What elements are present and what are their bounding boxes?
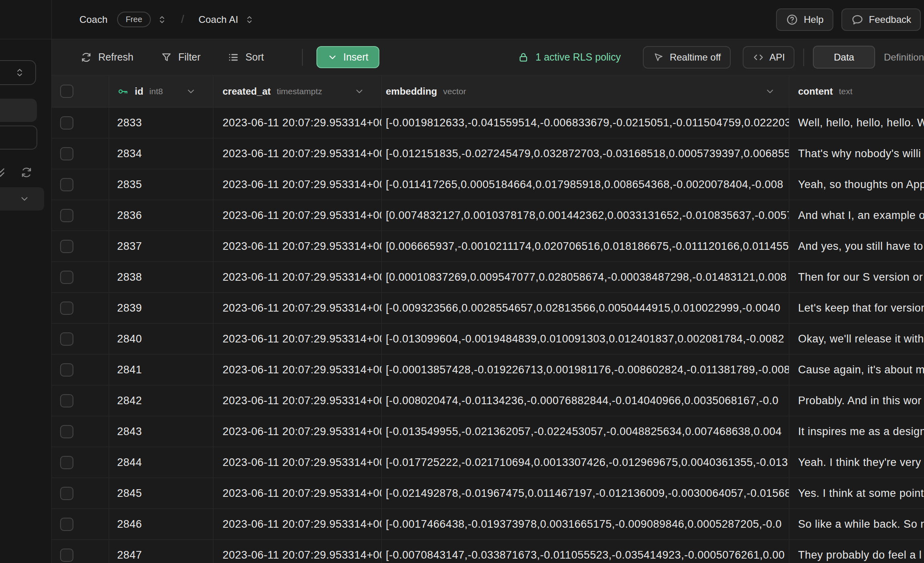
cell-id[interactable]: 2842 xyxy=(109,385,213,416)
column-menu-button[interactable] xyxy=(186,86,196,97)
row-checkbox[interactable] xyxy=(60,456,73,469)
feedback-button[interactable]: Feedback xyxy=(841,8,921,31)
cell-id[interactable]: 2841 xyxy=(109,354,213,385)
table-row[interactable]: 2840 2023-06-11 20:07:29.953314+00 [-0.0… xyxy=(52,324,924,354)
cell-content[interactable]: Then for our S version or xyxy=(789,262,924,292)
cell-content[interactable]: It inspires me as a design xyxy=(789,416,924,447)
refresh-button[interactable]: Refresh xyxy=(80,51,134,63)
cell-content[interactable]: Yeah, so thoughts on App xyxy=(789,169,924,200)
filter-button[interactable]: Filter xyxy=(160,51,201,63)
cell-embedding[interactable]: [-0.00013857428,-0.019226713,0.001981176… xyxy=(382,354,789,385)
cell-embedding[interactable]: [-0.011417265,0.0005184664,0.017985918,0… xyxy=(382,169,789,200)
cell-created-at[interactable]: 2023-06-11 20:07:29.953314+00 xyxy=(213,447,382,478)
cell-embedding[interactable]: [-0.017725222,-0.021710694,0.0013307426,… xyxy=(382,447,789,478)
column-menu-button[interactable] xyxy=(354,86,365,97)
cell-created-at[interactable]: 2023-06-11 20:07:29.953314+00 xyxy=(213,324,382,354)
cell-created-at[interactable]: 2023-06-11 20:07:29.953314+00 xyxy=(213,385,382,416)
table-row[interactable]: 2845 2023-06-11 20:07:29.953314+00 [-0.0… xyxy=(52,478,924,509)
cell-embedding[interactable]: [-0.009323566,0.0028554657,0.02813566,0.… xyxy=(382,293,789,323)
column-menu-button[interactable] xyxy=(765,86,775,97)
table-row[interactable]: 2846 2023-06-11 20:07:29.953314+00 [-0.0… xyxy=(52,509,924,540)
cell-content[interactable]: Yeah. I think they're very xyxy=(789,447,924,478)
cell-content[interactable]: Probably. And in this wor xyxy=(789,385,924,416)
table-row[interactable]: 2834 2023-06-11 20:07:29.953314+00 [-0.0… xyxy=(52,138,924,169)
cell-embedding[interactable]: [-0.0070843147,-0.033871673,-0.011055523… xyxy=(382,540,789,563)
sidebar-refresh-button[interactable] xyxy=(20,166,33,179)
table-row[interactable]: 2838 2023-06-11 20:07:29.953314+00 [0.00… xyxy=(52,262,924,293)
table-row[interactable]: 2844 2023-06-11 20:07:29.953314+00 [-0.0… xyxy=(52,447,924,478)
table-row[interactable]: 2833 2023-06-11 20:07:29.953314+00 [-0.0… xyxy=(52,107,924,138)
cell-content[interactable]: And yes, you still have to xyxy=(789,231,924,261)
row-checkbox[interactable] xyxy=(60,178,73,191)
tab-data[interactable]: Data xyxy=(813,46,875,69)
cell-content[interactable]: Let's keep that for version xyxy=(789,293,924,323)
cell-created-at[interactable]: 2023-06-11 20:07:29.953314+00 xyxy=(213,293,382,323)
cell-content[interactable]: That's why nobody's willi xyxy=(789,138,924,169)
breadcrumb-page[interactable]: Coach AI xyxy=(199,14,238,25)
cell-content[interactable]: They probably do feel a l xyxy=(789,540,924,563)
table-row[interactable]: 2836 2023-06-11 20:07:29.953314+00 [0.00… xyxy=(52,200,924,231)
help-button[interactable]: Help xyxy=(776,8,833,31)
cell-id[interactable]: 2837 xyxy=(109,231,213,261)
column-header-created-at[interactable]: created_at timestamptz xyxy=(213,75,382,107)
row-checkbox[interactable] xyxy=(60,487,73,500)
cell-id[interactable]: 2840 xyxy=(109,324,213,354)
cell-id[interactable]: 2834 xyxy=(109,138,213,169)
cell-id[interactable]: 2847 xyxy=(109,540,213,563)
table-row[interactable]: 2837 2023-06-11 20:07:29.953314+00 [0.00… xyxy=(52,231,924,262)
row-checkbox[interactable] xyxy=(60,116,73,130)
cell-embedding[interactable]: [0.006665937,-0.0010211174,0.020706516,0… xyxy=(382,231,789,261)
row-checkbox[interactable] xyxy=(60,209,73,222)
select-all-checkbox[interactable] xyxy=(60,85,73,98)
table-row[interactable]: 2842 2023-06-11 20:07:29.953314+00 [-0.0… xyxy=(52,385,924,416)
row-checkbox[interactable] xyxy=(60,271,73,284)
sort-button[interactable]: Sort xyxy=(227,51,264,63)
collapse-icon[interactable] xyxy=(0,166,7,180)
cell-created-at[interactable]: 2023-06-11 20:07:29.953314+00 xyxy=(213,509,382,539)
cell-created-at[interactable]: 2023-06-11 20:07:29.953314+00 xyxy=(213,262,382,292)
cell-embedding[interactable]: [0.0074832127,0.0010378178,0.001442362,0… xyxy=(382,200,789,231)
row-checkbox[interactable] xyxy=(60,549,73,562)
row-checkbox[interactable] xyxy=(60,332,73,346)
row-checkbox[interactable] xyxy=(60,518,73,531)
cell-embedding[interactable]: [-0.013099604,-0.0019484839,0.010091303,… xyxy=(382,324,789,354)
cell-content[interactable]: Yes. I think at some point xyxy=(789,478,924,508)
table-list-item[interactable] xyxy=(0,187,44,211)
sidebar-button-outline[interactable] xyxy=(0,126,37,150)
cell-id[interactable]: 2844 xyxy=(109,447,213,478)
row-checkbox[interactable] xyxy=(60,363,73,377)
realtime-toggle-button[interactable]: Realtime off xyxy=(643,46,731,69)
cell-created-at[interactable]: 2023-06-11 20:07:29.953314+00 xyxy=(213,169,382,200)
insert-button[interactable]: Insert xyxy=(316,46,379,68)
tab-definition[interactable]: Definition xyxy=(884,52,924,63)
cell-embedding[interactable]: [-0.0017466438,-0.019373978,0.0031665175… xyxy=(382,509,789,539)
cell-embedding[interactable]: [-0.0019812633,-0.041559514,-0.006833679… xyxy=(382,107,789,138)
cell-content[interactable]: Well, hello, hello, hello. W xyxy=(789,107,924,138)
sidebar-button[interactable] xyxy=(0,99,37,122)
column-header-id[interactable]: id int8 xyxy=(109,75,213,107)
cell-id[interactable]: 2835 xyxy=(109,169,213,200)
row-checkbox[interactable] xyxy=(60,394,73,407)
row-checkbox[interactable] xyxy=(60,147,73,160)
table-row[interactable]: 2841 2023-06-11 20:07:29.953314+00 [-0.0… xyxy=(52,354,924,385)
cell-created-at[interactable]: 2023-06-11 20:07:29.953314+00 xyxy=(213,354,382,385)
cell-created-at[interactable]: 2023-06-11 20:07:29.953314+00 xyxy=(213,231,382,261)
column-header-content[interactable]: content text xyxy=(789,75,924,107)
table-row[interactable]: 2835 2023-06-11 20:07:29.953314+00 [-0.0… xyxy=(52,169,924,200)
cell-content[interactable]: So like a while back. So n xyxy=(789,509,924,539)
cell-id[interactable]: 2833 xyxy=(109,107,213,138)
cell-created-at[interactable]: 2023-06-11 20:07:29.953314+00 xyxy=(213,540,382,563)
row-checkbox[interactable] xyxy=(60,425,73,438)
cell-id[interactable]: 2836 xyxy=(109,200,213,231)
cell-id[interactable]: 2846 xyxy=(109,509,213,539)
cell-content[interactable]: And what I, an example o xyxy=(789,200,924,231)
plan-badge[interactable]: Free xyxy=(117,12,150,27)
table-row[interactable]: 2843 2023-06-11 20:07:29.953314+00 [-0.0… xyxy=(52,416,924,447)
row-checkbox[interactable] xyxy=(60,240,73,253)
cell-created-at[interactable]: 2023-06-11 20:07:29.953314+00 xyxy=(213,138,382,169)
cell-content[interactable]: Cause again, it's about m xyxy=(789,354,924,385)
cell-id[interactable]: 2843 xyxy=(109,416,213,447)
cell-embedding[interactable]: [-0.008020474,-0.01134236,-0.00076882844… xyxy=(382,385,789,416)
cell-embedding[interactable]: [-0.012151835,-0.027245479,0.032872703,-… xyxy=(382,138,789,169)
api-button[interactable]: API xyxy=(743,46,795,69)
